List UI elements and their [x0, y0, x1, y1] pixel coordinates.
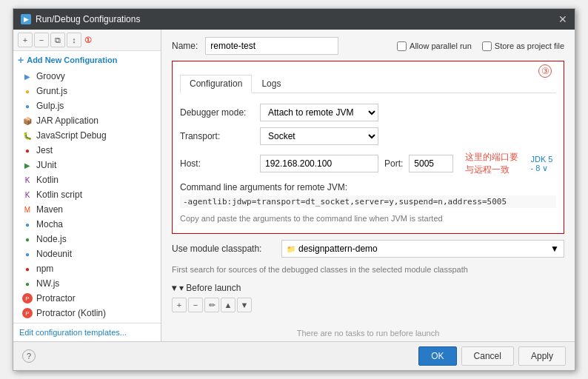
dialog-title: Run/Debug Configurations [36, 14, 140, 24]
launch-add-btn[interactable]: + [172, 298, 187, 312]
allow-parallel-checkbox[interactable] [397, 41, 407, 51]
config-list: ▶ Groovy ● Grunt.js ● Gulp.js 📦 JAR Appl… [13, 69, 161, 323]
dialog-icon: ▶ [21, 14, 31, 24]
checkboxes: Allow parallel run Store as project file [397, 41, 564, 51]
launch-down-btn[interactable]: ▼ [237, 298, 252, 312]
before-launch-label: ▾ Before launch [179, 283, 241, 293]
config-box: ③ Configuration Logs Debugger mode: Atta… [172, 61, 564, 234]
list-item[interactable]: ▶ Groovy [13, 69, 161, 84]
debugger-mode-select[interactable]: Attach to remote JVM [260, 104, 378, 121]
module-row: Use module classpath: 📁 designpattern-de… [172, 240, 564, 258]
cmd-label: Command line arguments for remote JVM: [180, 182, 556, 192]
debugger-mode-label: Debugger mode: [180, 107, 254, 118]
add-new-configuration[interactable]: + Add New Configuration [13, 51, 161, 69]
tab-configuration[interactable]: Configuration [180, 75, 252, 93]
host-label: Host: [180, 158, 254, 169]
jar-icon: 📦 [22, 115, 33, 126]
module-select-container: 📁 designpattern-demo ▼ [281, 240, 564, 258]
host-input[interactable] [260, 155, 378, 172]
copy-config-btn[interactable]: ⧉ [50, 33, 65, 47]
module-value: designpattern-demo [298, 244, 378, 254]
list-item[interactable]: ● Grunt.js [13, 84, 161, 98]
transport-row: Transport: Socket [180, 127, 556, 145]
cancel-button[interactable]: Cancel [461, 346, 514, 366]
jsdebug-icon: 🐛 [22, 130, 33, 141]
module-select[interactable]: 📁 designpattern-demo ▼ [281, 240, 564, 258]
module-dropdown-arrow: ▼ [550, 244, 559, 254]
module-label: Use module classpath: [172, 244, 275, 254]
port-input[interactable] [409, 155, 453, 172]
nodeunit-icon: ● [22, 249, 33, 259]
edit-templates-link[interactable]: Edit configuration templates... [13, 323, 161, 341]
run-debug-dialog: ▶ Run/Debug Configurations ✕ + − ⧉ [13, 8, 575, 371]
module-hint: First search for sources of the debugged… [172, 264, 564, 277]
launch-edit-btn[interactable]: ✏ [204, 298, 219, 312]
name-row: Name: Allow parallel run Store as projec… [172, 37, 564, 55]
list-item[interactable]: ● Nodeunit [13, 246, 161, 261]
debugger-mode-row: Debugger mode: Attach to remote JVM [180, 104, 556, 121]
annotation-3: ③ [538, 64, 552, 78]
list-item-jar[interactable]: 📦 JAR Application [13, 113, 161, 128]
jest-icon: ● [22, 145, 33, 155]
store-project-label[interactable]: Store as project file [482, 41, 564, 51]
bottom-bar: ? OK Cancel Apply [13, 341, 575, 370]
close-button[interactable]: ✕ [558, 13, 567, 25]
list-item[interactable]: K Kotlin script [13, 187, 161, 202]
list-item[interactable]: ● Gulp.js [13, 98, 161, 113]
list-item[interactable]: M Maven [13, 202, 161, 217]
list-item[interactable]: P Protractor (Kotlin) [13, 306, 161, 321]
store-project-checkbox[interactable] [482, 41, 492, 51]
mocha-icon: ● [22, 219, 33, 229]
jdk-link[interactable]: JDK 5 - 8 ∨ [530, 155, 556, 173]
title-bar-left: ▶ Run/Debug Configurations [21, 14, 140, 24]
add-config-btn[interactable]: + [18, 33, 33, 47]
list-item[interactable]: P Protractor [13, 291, 161, 306]
annotation-1: ① [84, 36, 92, 45]
kotlinscript-icon: K [22, 190, 33, 200]
transport-label: Transport: [180, 131, 254, 141]
copy-hint: Copy and paste the arguments to the comm… [180, 211, 556, 226]
right-panel: Name: Allow parallel run Store as projec… [161, 30, 575, 341]
list-item[interactable]: ● Jest [13, 143, 161, 158]
allow-parallel-label[interactable]: Allow parallel run [397, 41, 472, 51]
move-config-btn[interactable]: ↕ [67, 33, 81, 47]
list-item[interactable]: ● Node.js [13, 232, 161, 246]
list-item[interactable]: ● NW.js [13, 276, 161, 291]
junit-icon: ▶ [22, 160, 33, 170]
command-section: Command line arguments for remote JVM: -… [180, 182, 556, 226]
protractor-icon: P [22, 293, 33, 303]
title-bar: ▶ Run/Debug Configurations ✕ [13, 9, 575, 30]
remove-config-btn[interactable]: − [34, 33, 49, 47]
kotlin-icon: K [22, 175, 33, 185]
before-launch-toolbar: + − ✏ ▲ ▼ [172, 298, 564, 312]
port-annotation: 这里的端口要与远程一致 [465, 151, 524, 176]
transport-select[interactable]: Socket [260, 127, 378, 145]
ok-button[interactable]: OK [418, 346, 456, 366]
gruntjs-icon: ● [22, 86, 33, 96]
before-launch-section: ▾ ▾ Before launch + − ✏ ▲ ▼ There are no… [172, 283, 564, 341]
maven-icon: M [22, 204, 33, 215]
groovy-icon: ▶ [22, 71, 33, 81]
port-label: Port: [384, 158, 403, 169]
list-item[interactable]: ● npm [13, 261, 161, 276]
tab-logs[interactable]: Logs [252, 75, 290, 93]
protractorkotlin-icon: P [22, 308, 33, 318]
list-item[interactable]: ▶ JUnit [13, 158, 161, 172]
host-port-row: Host: Port: 这里的端口要与远程一致 JDK 5 - 8 ∨ [180, 151, 556, 176]
name-label: Name: [172, 41, 198, 51]
before-launch-collapse[interactable]: ▾ [172, 283, 176, 293]
left-panel: + − ⧉ ↕ ① + Add New Config [13, 30, 161, 341]
list-item[interactable]: ● Mocha [13, 217, 161, 232]
list-item[interactable]: 🐛 JavaScript Debug [13, 128, 161, 143]
name-input[interactable] [205, 37, 338, 55]
dialog-content: + − ⧉ ↕ ① + Add New Config [13, 30, 575, 341]
list-item[interactable]: K Kotlin [13, 172, 161, 187]
help-button[interactable]: ? [22, 349, 36, 363]
apply-button[interactable]: Apply [518, 346, 566, 366]
gulpjs-icon: ● [22, 101, 33, 111]
launch-empty: There are no tasks to run before launch [172, 317, 564, 341]
launch-remove-btn[interactable]: − [188, 298, 203, 312]
cmd-value[interactable]: -agentlib:jdwp=transport=dt_socket,serve… [180, 195, 556, 208]
launch-up-btn[interactable]: ▲ [221, 298, 235, 312]
nodejs-icon: ● [22, 234, 33, 244]
